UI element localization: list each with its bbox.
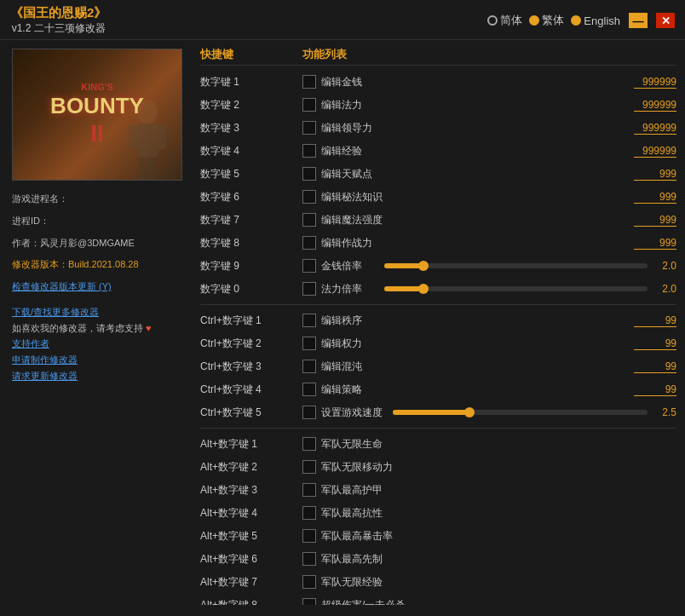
- radio-english-circle: [571, 15, 581, 26]
- hotkey-1: 数字键 1: [200, 75, 302, 89]
- main-area: KING'S BOUNTY II 游戏进程名： 进程ID：: [0, 40, 685, 605]
- cheat-name-11: 编辑秩序: [321, 314, 630, 328]
- checkbox-23[interactable]: [302, 598, 316, 605]
- cheat-row-3: 数字键 3 编辑领导力 999999: [200, 117, 676, 139]
- process-label: 游戏进程名：: [12, 191, 183, 208]
- hotkey-3: 数字键 3: [200, 121, 302, 135]
- cheat-value-13[interactable]: 99: [634, 360, 676, 373]
- checkbox-8[interactable]: [302, 236, 316, 250]
- cheat-row-7: 数字键 7 编辑魔法强度 999: [200, 209, 676, 231]
- cheat-row-13: Ctrl+数字键 3 编辑混沌 99: [200, 355, 676, 377]
- radio-fanti-circle: [529, 15, 539, 26]
- link-author[interactable]: 支持作者: [12, 336, 183, 352]
- game-image: KING'S BOUNTY II: [12, 49, 182, 181]
- radio-janti-label: 简体: [500, 13, 522, 28]
- hotkey-20: Alt+数字键 5: [200, 529, 302, 544]
- slider-value-15: 2.5: [651, 406, 676, 418]
- title-sub: v1.2 二十三项修改器: [10, 21, 106, 36]
- radio-fanti-label: 繁体: [542, 13, 564, 28]
- cheat-name-22: 军队无限经验: [321, 575, 676, 590]
- checkbox-16[interactable]: [302, 437, 316, 451]
- cheat-name-16: 军队无限生命: [321, 437, 676, 452]
- link-update[interactable]: 请求更新修改器: [12, 368, 183, 384]
- cheat-name-21: 军队最高先制: [321, 552, 676, 567]
- cheat-name-5: 编辑天赋点: [321, 167, 630, 181]
- title-bar: 《国王的恩赐2》 v1.2 二十三项修改器 简体 繁体 English — ✕: [0, 0, 685, 40]
- checkbox-1[interactable]: [302, 75, 316, 89]
- checkbox-9[interactable]: [302, 259, 316, 273]
- author-label: 作者：风灵月影@3DMGAME: [12, 235, 183, 252]
- title-left: 《国王的恩赐2》 v1.2 二十三项修改器: [10, 5, 106, 36]
- cheat-row-15: Ctrl+数字键 5 设置游戏速度 2.5: [200, 401, 676, 423]
- checkbox-14[interactable]: [302, 383, 316, 396]
- radio-english[interactable]: English: [571, 14, 620, 27]
- cheat-name-23: 超级伤害/一击必杀: [321, 598, 676, 606]
- hotkey-7: 数字键 7: [200, 213, 302, 227]
- cheat-value-12[interactable]: 99: [634, 337, 676, 350]
- cheat-value-1[interactable]: 999999: [634, 76, 676, 89]
- hotkey-23: Alt+数字键 8: [200, 598, 302, 606]
- svg-rect-5: [148, 158, 156, 180]
- minimize-button[interactable]: —: [629, 13, 648, 28]
- checkbox-21[interactable]: [302, 552, 316, 566]
- checkbox-19[interactable]: [302, 506, 316, 520]
- cheat-row-2: 数字键 2 编辑法力 999999: [200, 94, 676, 116]
- radio-janti-circle: [487, 15, 498, 26]
- cheat-value-7[interactable]: 999: [634, 214, 676, 227]
- checkbox-18[interactable]: [302, 483, 316, 497]
- cheat-name-18: 军队最高护甲: [321, 483, 676, 498]
- cheat-row-8: 数字键 8 编辑作战力 999: [200, 232, 676, 254]
- check-update[interactable]: 检查修改器版本更新 (Y): [12, 279, 183, 296]
- cheat-row-1: 数字键 1 编辑金钱 999999: [200, 71, 676, 93]
- hotkey-4: 数字键 4: [200, 144, 302, 158]
- hotkey-16: Alt+数字键 1: [200, 437, 302, 452]
- cheat-name-6: 编辑秘法知识: [321, 190, 630, 204]
- cheat-value-2[interactable]: 999999: [634, 99, 676, 112]
- cheat-value-8[interactable]: 999: [634, 237, 676, 250]
- cheat-name-19: 军队最高抗性: [321, 506, 676, 521]
- checkbox-5[interactable]: [302, 167, 316, 181]
- cheat-value-6[interactable]: 999: [634, 191, 676, 204]
- cheat-value-14[interactable]: 99: [634, 383, 676, 396]
- left-panel: KING'S BOUNTY II 游戏进程名： 进程ID：: [0, 40, 192, 605]
- slider-10[interactable]: 2.0: [381, 283, 676, 295]
- checkbox-12[interactable]: [302, 337, 316, 350]
- hotkey-13: Ctrl+数字键 3: [200, 360, 302, 374]
- hotkey-10: 数字键 0: [200, 282, 302, 296]
- hotkey-21: Alt+数字键 6: [200, 552, 302, 567]
- cheat-value-3[interactable]: 999999: [634, 122, 676, 135]
- checkbox-7[interactable]: [302, 213, 316, 227]
- cheat-row-20: Alt+数字键 5 军队最高暴击率: [200, 525, 676, 547]
- slider-9[interactable]: 2.0: [381, 260, 676, 272]
- checkbox-15[interactable]: [302, 406, 316, 419]
- slider-15[interactable]: 2.5: [389, 406, 676, 418]
- cheat-value-4[interactable]: 999999: [634, 145, 676, 158]
- link-request[interactable]: 申请制作修改器: [12, 352, 183, 368]
- hotkey-22: Alt+数字键 7: [200, 575, 302, 590]
- checkbox-13[interactable]: [302, 360, 316, 373]
- cheat-name-2: 编辑法力: [321, 98, 630, 112]
- link-download[interactable]: 下载/查找更多修改器: [12, 304, 183, 320]
- cheat-name-4: 编辑经验: [321, 144, 630, 158]
- checkbox-2[interactable]: [302, 98, 316, 112]
- checkbox-4[interactable]: [302, 144, 316, 158]
- radio-janti[interactable]: 简体: [487, 13, 522, 28]
- checkbox-6[interactable]: [302, 190, 316, 204]
- hotkey-6: 数字键 6: [200, 190, 302, 204]
- checkbox-10[interactable]: [302, 282, 316, 296]
- checkbox-22[interactable]: [302, 575, 316, 589]
- cheat-value-5[interactable]: 999: [634, 168, 676, 181]
- checkbox-17[interactable]: [302, 460, 316, 474]
- radio-fanti[interactable]: 繁体: [529, 13, 564, 28]
- checkbox-11[interactable]: [302, 314, 316, 327]
- cheat-row-18: Alt+数字键 3 军队最高护甲: [200, 479, 676, 501]
- slider-value-10: 2.0: [651, 283, 676, 295]
- func-col-header: 功能列表: [302, 47, 676, 62]
- divider-1: [200, 304, 676, 305]
- cheat-value-11[interactable]: 99: [634, 314, 676, 327]
- checkbox-20[interactable]: [302, 529, 316, 543]
- checkbox-3[interactable]: [302, 121, 316, 135]
- slider-value-9: 2.0: [651, 260, 676, 272]
- close-button[interactable]: ✕: [656, 13, 675, 28]
- cheat-name-15: 设置游戏速度: [321, 406, 389, 420]
